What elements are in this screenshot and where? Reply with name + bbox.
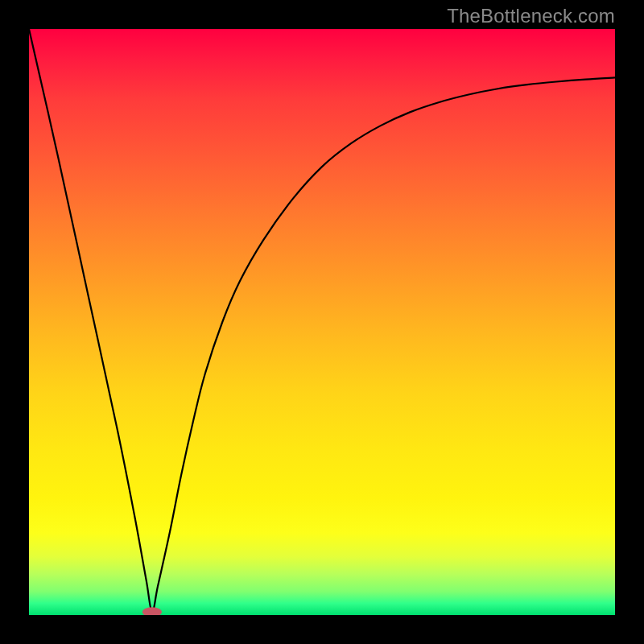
chart-frame: TheBottleneck.com — [0, 0, 644, 644]
watermark-text: TheBottleneck.com — [447, 5, 615, 27]
plot-area — [29, 29, 615, 615]
curve-layer — [29, 29, 615, 615]
bottleneck-curve — [29, 29, 615, 612]
optimal-point-marker — [142, 607, 162, 615]
